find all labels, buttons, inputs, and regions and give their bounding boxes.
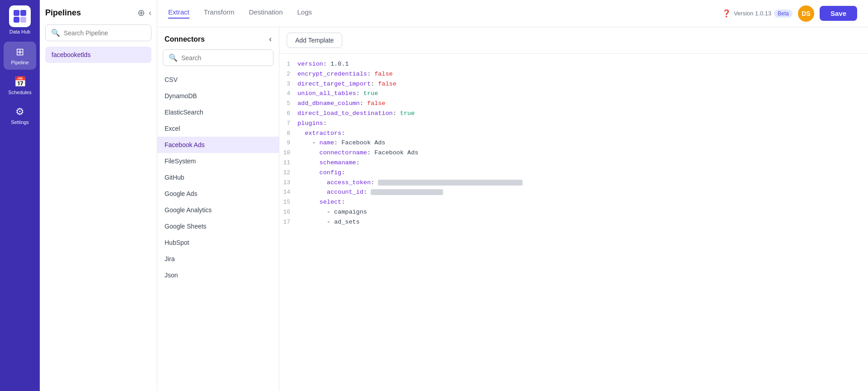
sidebar: Pipelines ⊕ ‹ 🔍 facebooketlds	[40, 0, 157, 391]
connectors-search-container: 🔍	[163, 49, 274, 66]
sidebar-search-container: 🔍	[45, 24, 151, 41]
topbar-right: ❓ Version 1.0.13 Beta DS Save	[722, 5, 857, 22]
code-line-10: 10 connectorname: Facebook Ads	[279, 148, 868, 158]
code-line-7: 7 plugins:	[279, 119, 868, 129]
version-text: Version 1.0.13	[734, 10, 771, 17]
code-line-1: 1 version: 1.0.1	[279, 59, 868, 69]
sidebar-header: Pipelines ⊕ ‹	[45, 7, 151, 18]
code-line-6: 6 direct_load_to_destination: true	[279, 109, 868, 119]
connector-filesystem[interactable]: FileSystem	[157, 153, 279, 169]
connectors-header: Connectors ‹	[157, 27, 279, 49]
nav-settings-label: Settings	[11, 119, 29, 125]
nav-pipeline-label: Pipeline	[11, 60, 28, 65]
pipeline-item[interactable]: facebooketlds	[45, 47, 151, 63]
nav-item-schedules[interactable]: 📅 Schedules	[4, 72, 36, 100]
svg-rect-2	[14, 17, 19, 23]
tab-transform[interactable]: Transform	[204, 8, 235, 19]
topbar-tabs: Extract Transform Destination Logs	[168, 8, 312, 19]
main-area: Extract Transform Destination Logs ❓ Ver…	[157, 0, 868, 391]
svg-rect-3	[20, 17, 26, 23]
code-line-5: 5 add_dbname_column: false	[279, 99, 868, 109]
code-line-9: 9 - name: Facebook Ads	[279, 138, 868, 148]
connector-elasticsearch[interactable]: ElasticSearch	[157, 104, 279, 120]
connector-hubspot[interactable]: HubSpot	[157, 234, 279, 251]
code-toolbar: Add Template	[279, 27, 868, 54]
settings-icon: ⚙	[15, 106, 24, 118]
code-line-12: 12 config:	[279, 168, 868, 178]
add-pipeline-icon[interactable]: ⊕	[137, 7, 145, 18]
connectors-list: CSV DynamoDB ElasticSearch Excel Faceboo…	[157, 72, 279, 391]
app-logo	[9, 5, 31, 27]
code-line-14: 14 account_id:	[279, 187, 868, 197]
nav-schedules-label: Schedules	[8, 90, 31, 95]
code-line-16: 16 - campaigns	[279, 207, 868, 217]
code-editor[interactable]: 1 version: 1.0.1 2 encrypt_credentials: …	[279, 54, 868, 391]
search-icon: 🔍	[51, 29, 60, 37]
connector-google-ads[interactable]: Google Ads	[157, 186, 279, 202]
pipeline-icon: ⊞	[16, 46, 24, 58]
connectors-title: Connectors	[165, 35, 205, 43]
connector-json[interactable]: Json	[157, 267, 279, 283]
connector-facebook-ads[interactable]: Facebook Ads	[157, 137, 279, 153]
code-line-17: 17 - ad_sets	[279, 217, 868, 227]
user-avatar[interactable]: DS	[798, 5, 814, 22]
add-template-button[interactable]: Add Template	[287, 33, 342, 48]
search-pipeline-input[interactable]	[64, 29, 146, 37]
tab-extract[interactable]: Extract	[168, 8, 189, 19]
save-button[interactable]: Save	[820, 6, 857, 21]
code-line-11: 11 schemaname:	[279, 158, 868, 168]
code-line-8: 8 extractors:	[279, 129, 868, 138]
connector-jira[interactable]: Jira	[157, 251, 279, 267]
connectors-panel: Connectors ‹ 🔍 CSV DynamoDB ElasticSearc…	[157, 27, 279, 391]
connector-google-sheets[interactable]: Google Sheets	[157, 218, 279, 234]
left-nav: Data Hub ⊞ Pipeline 📅 Schedules ⚙ Settin…	[0, 0, 40, 391]
code-line-13: 13 access_token:	[279, 178, 868, 188]
help-icon[interactable]: ❓	[722, 9, 731, 18]
connector-github[interactable]: GitHub	[157, 169, 279, 186]
svg-rect-1	[20, 10, 26, 16]
app-name: Data Hub	[9, 29, 30, 34]
collapse-connectors-icon[interactable]: ‹	[269, 34, 272, 44]
connector-excel[interactable]: Excel	[157, 120, 279, 137]
connector-csv[interactable]: CSV	[157, 72, 279, 88]
code-line-3: 3 direct_target_import: false	[279, 79, 868, 89]
code-line-4: 4 union_all_tables: true	[279, 89, 868, 99]
topbar: Extract Transform Destination Logs ❓ Ver…	[157, 0, 868, 27]
code-line-2: 2 encrypt_credentials: false	[279, 69, 868, 79]
connector-google-analytics[interactable]: Google Analytics	[157, 202, 279, 218]
code-line-15: 15 select:	[279, 197, 868, 207]
sidebar-title: Pipelines	[45, 8, 81, 18]
tab-logs[interactable]: Logs	[297, 8, 312, 19]
nav-item-pipeline[interactable]: ⊞ Pipeline	[4, 42, 36, 70]
beta-badge: Beta	[774, 10, 793, 18]
content-area: Connectors ‹ 🔍 CSV DynamoDB ElasticSearc…	[157, 27, 868, 391]
collapse-sidebar-icon[interactable]: ‹	[149, 8, 151, 18]
tab-destination[interactable]: Destination	[249, 8, 283, 19]
connectors-search-input[interactable]	[181, 54, 268, 62]
svg-rect-0	[14, 10, 19, 16]
code-area: Add Template 1 version: 1.0.1 2 encrypt_…	[279, 27, 868, 391]
sidebar-actions: ⊕ ‹	[137, 7, 151, 18]
version-badge: ❓ Version 1.0.13 Beta	[722, 9, 793, 18]
connector-dynamodb[interactable]: DynamoDB	[157, 88, 279, 104]
schedules-icon: 📅	[14, 76, 26, 88]
connectors-search-icon: 🔍	[169, 53, 178, 62]
nav-item-settings[interactable]: ⚙ Settings	[4, 101, 36, 129]
